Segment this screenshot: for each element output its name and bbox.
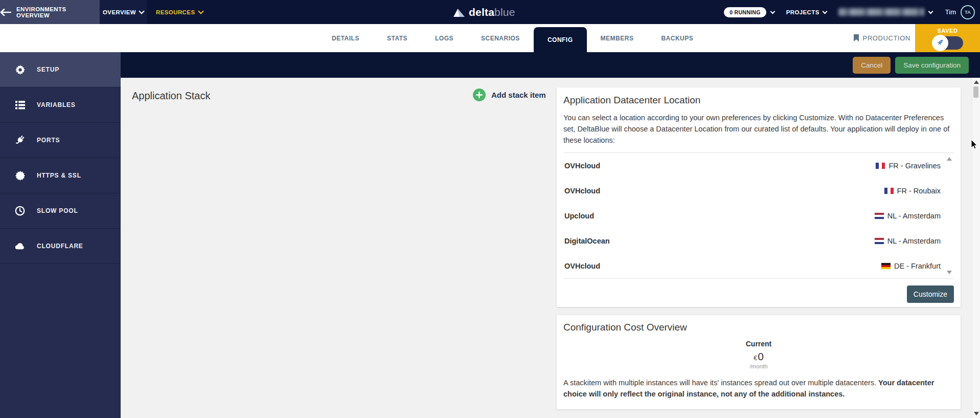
application-stack-title: Application Stack — [132, 90, 210, 102]
flag-icon-nl — [875, 213, 884, 219]
cost-current-label: Current — [563, 340, 954, 348]
sidebar-item-ports[interactable]: PORTS — [0, 123, 121, 158]
seal-icon — [15, 170, 25, 181]
cost-period: /month — [563, 363, 954, 369]
projects-menu[interactable]: PROJECTS — [786, 9, 827, 15]
location-row[interactable]: OVHcloud DE - Frankfurt — [563, 253, 954, 278]
sidebar-item-label: SETUP — [37, 66, 59, 73]
cost-value: 0 — [758, 350, 764, 362]
avatar[interactable]: TA — [961, 5, 975, 19]
sidebar-item-variables[interactable]: VARIABLES — [0, 87, 121, 123]
back-arrow-icon — [0, 9, 11, 16]
tab-members[interactable]: MEMBERS — [587, 24, 648, 52]
sidebar-item-label: VARIABLES — [37, 101, 76, 108]
location-provider: OVHcloud — [564, 187, 600, 195]
environments-overview-button[interactable]: ENVIRONMENTS OVERVIEW — [0, 0, 100, 24]
location-provider: OVHcloud — [564, 162, 600, 170]
tab-backups[interactable]: BACKUPS — [647, 24, 707, 52]
cost-note: A stackitem with multiple instances will… — [563, 377, 954, 400]
location-name: DE - Frankfurt — [894, 262, 941, 270]
saved-status-panel: SAVED — [915, 24, 980, 52]
list-scroll-up-icon[interactable] — [947, 157, 952, 161]
location-name: NL - Amsterdam — [887, 237, 941, 245]
sidebar-item-https-ssl[interactable]: HTTPS & SSL — [0, 158, 121, 193]
tab-stats[interactable]: STATS — [373, 24, 421, 52]
tab-logs[interactable]: LOGS — [421, 24, 467, 52]
configuration-cost-card: Configuration Cost Overview Current €0 /… — [557, 315, 961, 409]
deltablue-triangle-icon — [453, 8, 465, 17]
application-tabs: DETAILS STATS LOGS SCENARIOS CONFIG MEMB… — [318, 24, 707, 52]
overview-menu[interactable]: OVERVIEW — [100, 0, 147, 24]
add-stack-item-button[interactable]: Add stack item — [473, 89, 546, 101]
plus-icon — [473, 89, 486, 101]
flag-icon-fr — [876, 163, 885, 169]
clock-icon — [15, 206, 25, 216]
deploy-toggle[interactable] — [932, 36, 964, 50]
scrollbar-down-icon[interactable] — [974, 412, 979, 415]
tab-details[interactable]: DETAILS — [318, 24, 373, 52]
config-sidebar: SETUP VARIABLES PORTS — [0, 52, 121, 418]
location-name: FR - Gravelines — [888, 162, 941, 170]
datacenter-description: You can select a location according to y… — [563, 113, 954, 146]
datacenter-location-card: Application Datacenter Location You can … — [557, 87, 961, 307]
top-navbar: ENVIRONMENTS OVERVIEW OVERVIEW RESOURCES… — [0, 0, 980, 24]
chevron-down-icon[interactable] — [770, 9, 775, 14]
application-header-bar: AX Application X Example project DETAILS… — [0, 24, 980, 52]
selected-project-redacted[interactable] — [838, 8, 924, 16]
sidebar-item-label: PORTS — [37, 137, 60, 144]
datacenter-location-list: OVHcloud FR - Gravelines OVHcloud FR - R… — [563, 152, 954, 279]
location-row[interactable]: OVHcloud FR - Gravelines — [563, 153, 954, 178]
running-count-badge[interactable]: 0 RUNNING — [724, 7, 766, 17]
resources-menu[interactable]: RESOURCES — [156, 0, 203, 24]
save-configuration-button[interactable]: Save configuration — [895, 57, 969, 74]
bookmark-icon — [853, 34, 859, 42]
list-icon — [15, 100, 25, 110]
location-row[interactable]: OVHcloud FR - Roubaix — [563, 178, 954, 203]
location-provider: Upcloud — [564, 212, 594, 220]
sidebar-item-slow-pool[interactable]: SLOW POOL — [0, 193, 121, 229]
sidebar-item-cloudflare[interactable]: CLOUDFLARE — [0, 229, 121, 264]
chevron-down-icon[interactable] — [928, 9, 933, 14]
scrollbar-up-icon[interactable] — [974, 80, 979, 84]
tab-config[interactable]: CONFIG — [534, 27, 587, 52]
scrollbar-thumb[interactable] — [973, 86, 978, 98]
cost-card-title: Configuration Cost Overview — [563, 322, 954, 333]
sidebar-item-setup[interactable]: SETUP — [0, 52, 121, 87]
location-row[interactable]: Upcloud NL - Amsterdam — [563, 203, 954, 228]
rocket-icon — [936, 38, 944, 47]
deltablue-logo: deltablue — [453, 0, 515, 24]
list-scroll-down-icon[interactable] — [947, 271, 952, 274]
sidebar-item-label: HTTPS & SSL — [37, 172, 81, 179]
cancel-button[interactable]: Cancel — [853, 57, 891, 74]
flag-icon-de — [881, 263, 891, 269]
sidebar-item-label: SLOW POOL — [37, 207, 78, 214]
chevron-down-icon — [822, 9, 827, 14]
location-provider: DigitalOcean — [564, 237, 610, 245]
cloud-icon — [15, 241, 25, 251]
tab-scenarios[interactable]: SCENARIOS — [467, 24, 534, 52]
flag-icon-nl — [875, 238, 884, 244]
environments-overview-label: ENVIRONMENTS OVERVIEW — [16, 6, 100, 18]
flag-icon-fr — [884, 188, 894, 194]
datacenter-card-title: Application Datacenter Location — [563, 95, 954, 106]
customize-button[interactable]: Customize — [907, 285, 954, 303]
location-provider: OVHcloud — [564, 262, 600, 270]
saved-status-label: SAVED — [937, 28, 958, 34]
chevron-down-icon — [198, 8, 204, 14]
gear-icon — [15, 64, 25, 75]
user-name[interactable]: Tim — [945, 8, 956, 16]
page-scrollbar[interactable] — [972, 78, 980, 418]
currency-symbol: € — [754, 354, 757, 362]
cost-amount: €0 — [563, 350, 954, 363]
location-name: NL - Amsterdam — [887, 212, 941, 220]
location-name: FR - Roubaix — [897, 187, 941, 195]
production-flag[interactable]: PRODUCTION — [853, 24, 910, 52]
config-action-bar: Cancel Save configuration — [121, 52, 980, 78]
chevron-down-icon — [139, 8, 144, 14]
location-row[interactable]: DigitalOcean NL - Amsterdam — [563, 228, 954, 253]
sidebar-item-label: CLOUDFLARE — [37, 243, 83, 250]
plug-icon — [15, 135, 25, 145]
